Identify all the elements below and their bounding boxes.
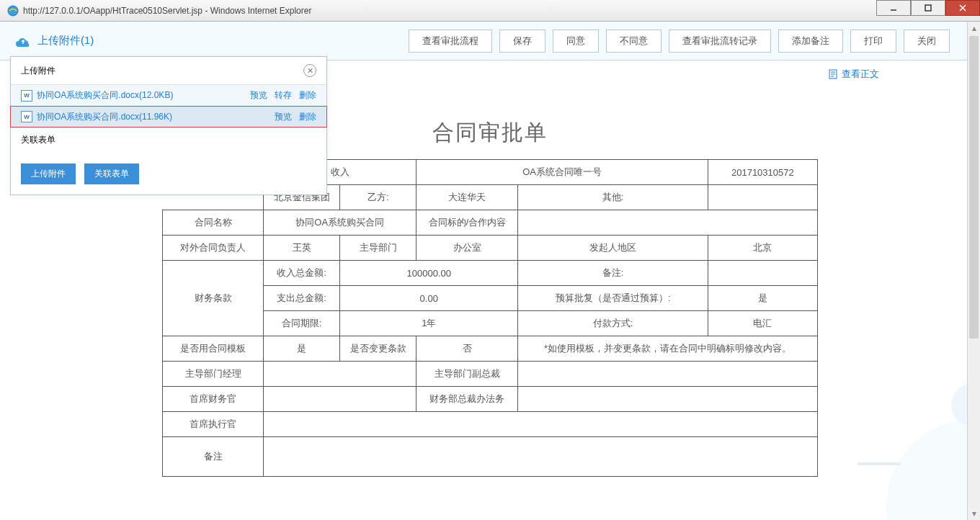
preview-link[interactable]: 预览 <box>250 89 267 102</box>
docx-icon: W <box>21 90 32 102</box>
cell: OA系统合同唯一号 <box>416 160 708 185</box>
file-name: 协同OA系统购买合同.docx(11.96K) <box>37 111 172 123</box>
background-decor <box>829 362 980 520</box>
cell: 办公室 <box>416 236 518 261</box>
cell-label: 收入总金额: <box>264 261 340 286</box>
cell: 北京 <box>708 236 817 261</box>
cell: 乙方: <box>340 185 416 210</box>
cell-label: 备注 <box>163 437 264 477</box>
cell: 0.00 <box>340 286 518 311</box>
cell: 是 <box>708 286 817 311</box>
save-button[interactable]: 保存 <box>499 30 545 53</box>
document-icon <box>827 68 839 80</box>
minimize-button[interactable] <box>876 0 911 16</box>
file-item[interactable]: W 协同OA系统购买合同.docx(12.0KB) 预览 转存 删除 <box>11 85 326 107</box>
cell-label: 是否变更条款 <box>340 336 416 362</box>
preview-link[interactable]: 预览 <box>275 111 292 123</box>
cell: 1年 <box>340 311 518 336</box>
view-text-link[interactable]: 查看正文 <box>827 68 879 81</box>
approval-form-table: 收入 OA系统合同唯一号 201710310572 北京金信集团 乙方: 大连华… <box>162 159 818 477</box>
cell-label: 主导部门 <box>340 236 416 261</box>
save-link[interactable]: 转存 <box>275 89 292 102</box>
print-button[interactable]: 打印 <box>850 30 896 53</box>
cell-label: 备注: <box>518 261 708 286</box>
close-button[interactable]: 关闭 <box>904 30 950 53</box>
cell-label: 合同标的/合作内容 <box>416 210 518 236</box>
disagree-button[interactable]: 不同意 <box>606 30 662 53</box>
ie-icon <box>7 5 19 17</box>
cell: 其他: <box>518 185 708 210</box>
docx-icon: W <box>21 111 32 122</box>
cell: 电汇 <box>708 311 817 336</box>
scroll-down-arrow[interactable]: ▾ <box>968 507 980 520</box>
cell: 否 <box>416 336 518 362</box>
relate-form-button[interactable]: 关联表单 <box>84 163 139 184</box>
titlebar: http://127.0.0.1/OAapp/HtTrace0510Servle… <box>0 0 980 22</box>
delete-link[interactable]: 删除 <box>299 111 316 123</box>
svg-rect-2 <box>925 5 931 11</box>
svg-point-5 <box>886 419 980 520</box>
cell: 100000.00 <box>340 261 518 286</box>
cell-label: 对外合同负责人 <box>163 236 264 261</box>
cell-label: 主导部门副总裁 <box>416 362 518 387</box>
agree-button[interactable]: 同意 <box>553 30 599 53</box>
related-forms-section: 关联表单 <box>11 127 326 153</box>
toolbar: 上传附件(1) 查看审批流程 保存 同意 不同意 查看审批流转记录 添加备注 打… <box>0 22 980 60</box>
cloud-upload-icon <box>14 35 32 48</box>
cell-label: 合同名称 <box>163 210 264 236</box>
cell: 是 <box>264 336 340 362</box>
cell-label: 发起人地区 <box>518 236 708 261</box>
upload-header-text: 上传附件(1) <box>37 34 94 48</box>
cell-label: 预算批复（是否通过预算）: <box>518 286 708 311</box>
close-panel-button[interactable]: ✕ <box>303 64 316 77</box>
file-item[interactable]: W 协同OA系统购买合同.docx(11.96K) 预览 删除 <box>10 106 327 127</box>
scrollbar-thumb[interactable] <box>969 36 979 339</box>
cell-label: 主导部门经理 <box>163 362 264 387</box>
svg-rect-7 <box>858 462 901 465</box>
cell-label: 首席财务官 <box>163 387 264 412</box>
file-name: 协同OA系统购买合同.docx(12.0KB) <box>37 89 173 102</box>
upload-panel-title: 上传附件 <box>21 65 55 77</box>
cell-label: 支出总金额: <box>264 286 340 311</box>
cell: *如使用模板，并变更条款，请在合同中明确标明修改内容。 <box>518 336 818 362</box>
view-approval-flow-button[interactable]: 查看审批流程 <box>409 30 492 53</box>
view-approval-log-button[interactable]: 查看审批流转记录 <box>669 30 771 53</box>
titlebar-url: http://127.0.0.1/OAapp/HtTrace0510Servle… <box>23 6 311 16</box>
cell-label: 财务部总裁办法务 <box>416 387 518 412</box>
cell-label: 付款方式: <box>518 311 708 336</box>
maximize-button[interactable] <box>911 0 945 16</box>
cell: 王英 <box>264 236 340 261</box>
delete-link[interactable]: 删除 <box>299 89 316 102</box>
cell-label: 财务条款 <box>163 261 264 336</box>
cell: 大连华天 <box>416 185 518 210</box>
upload-button[interactable]: 上传附件 <box>21 163 76 184</box>
cell-label: 合同期限: <box>264 311 340 336</box>
cell-label: 首席执行官 <box>163 412 264 437</box>
view-text-label: 查看正文 <box>842 68 879 81</box>
vertical-scrollbar[interactable]: ▴ ▾ <box>967 22 980 520</box>
cell-label: 是否用合同模板 <box>163 336 264 362</box>
cell: 协同OA系统购买合同 <box>264 210 416 236</box>
close-window-button[interactable] <box>945 0 980 16</box>
upload-panel: 上传附件 ✕ W 协同OA系统购买合同.docx(12.0KB) 预览 转存 删… <box>10 56 327 195</box>
cell: 201710310572 <box>708 160 817 185</box>
upload-attachment-header[interactable]: 上传附件(1) <box>14 34 94 48</box>
scroll-up-arrow[interactable]: ▴ <box>968 22 980 35</box>
add-remark-button[interactable]: 添加备注 <box>778 30 843 53</box>
